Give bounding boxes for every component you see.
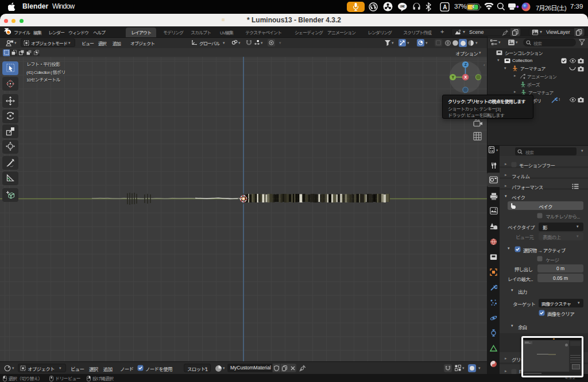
svg-text:A: A: [443, 4, 447, 10]
svg-text:LINE: LINE: [400, 5, 405, 8]
svg-text:X: X: [464, 75, 467, 80]
